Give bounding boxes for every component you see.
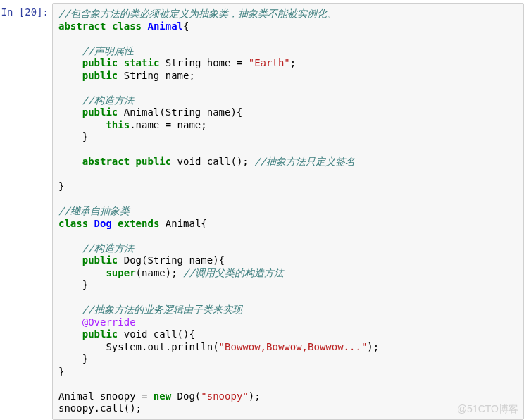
- comment: //包含象方法的类必须被定义为抽象类，抽象类不能被实例化。: [58, 8, 337, 19]
- code-input-area[interactable]: //包含象方法的类必须被定义为抽象类，抽象类不能被实例化。 abstract c…: [52, 3, 524, 420]
- code-block: //包含象方法的类必须被定义为抽象类，抽象类不能被实例化。 abstract c…: [58, 8, 518, 415]
- input-prompt: In [20]:: [0, 3, 52, 21]
- code-cell: In [20]: //包含象方法的类必须被定义为抽象类，抽象类不能被实例化。 a…: [0, 3, 524, 420]
- watermark: @51CTO博客: [457, 403, 518, 416]
